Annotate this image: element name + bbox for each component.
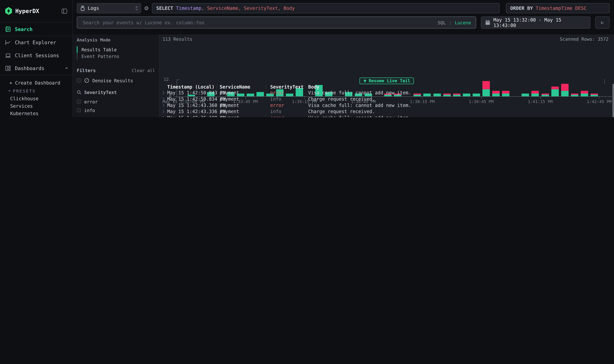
checkbox[interactable]: [77, 108, 81, 112]
run-query-button[interactable]: ▷: [595, 16, 610, 29]
column-header-timestamp-local-[interactable]: Timestamp (Local)⋮: [167, 84, 220, 90]
cell-service: payment: [220, 96, 270, 102]
cell-severity: error: [270, 103, 308, 108]
presets-toggle[interactable]: PRESETS: [0, 87, 72, 95]
filter-panel: Analysis Mode Results TableEvent Pattern…: [73, 35, 159, 117]
sidebar-item-dashboards[interactable]: Dashboards: [0, 62, 72, 75]
sidebar-nav-primary: Search: [0, 22, 72, 36]
select-fields: Timestamp, ServiceName, SeverityText, Bo…: [176, 6, 295, 11]
cell-timestamp: May 15 1:42:36.188 PM: [167, 115, 220, 117]
table-menu-kebab-icon[interactable]: ⋮: [602, 79, 607, 84]
filter-option-label: info: [84, 107, 95, 113]
expand-row-chevron-icon[interactable]: [160, 111, 167, 113]
mode-sql-toggle[interactable]: SQL: [438, 20, 446, 25]
cell-service: payment: [220, 90, 270, 96]
filters-header: Filters Clear all: [77, 68, 155, 73]
mode-lucene-toggle[interactable]: Lucene: [455, 20, 471, 25]
sidebar-item-chart-explorer[interactable]: Chart Explorer: [0, 36, 72, 49]
column-header-servicename[interactable]: ServiceName⋮: [220, 84, 270, 90]
results-count: 113 Results: [162, 36, 192, 42]
cell-timestamp: May 15 1:42:50.834 PM: [167, 96, 220, 102]
order-by-value: TimestampTime DESC: [536, 6, 587, 11]
column-separator-icon[interactable]: ⋮: [264, 85, 268, 89]
denoise-icon: [84, 78, 89, 83]
search-row: SQL | Lucene May 15 13:32:00 - May 15 13…: [77, 16, 610, 29]
column-header-severitytext[interactable]: SeverityText⋮: [270, 84, 308, 90]
column-header-body[interactable]: Body: [308, 84, 608, 90]
logs-source-icon: [80, 6, 85, 11]
time-range-picker[interactable]: May 15 13:32:00 - May 15 13:43:00: [481, 16, 590, 29]
cell-timestamp: May 15 1:42:43.336 PM: [167, 109, 220, 115]
collapse-sidebar-icon[interactable]: [62, 8, 67, 14]
search-icon: [77, 89, 81, 96]
preset-item-services[interactable]: Services: [0, 102, 72, 110]
topbar: Logs ⚙ SELECT Timestamp, ServiceName, Se…: [73, 0, 614, 35]
log-row[interactable]: May 15 1:42:43.360 PMpaymenterrorVisa ca…: [160, 102, 608, 109]
hyperdx-logo-icon: [5, 7, 12, 15]
expand-row-chevron-icon[interactable]: [160, 92, 167, 94]
column-separator-icon[interactable]: ⋮: [304, 85, 308, 89]
chevron-up-icon: [65, 67, 68, 69]
search-icon: [77, 89, 81, 96]
filter-option-error[interactable]: error: [77, 98, 155, 105]
sidebar-item-search[interactable]: Search: [0, 22, 72, 36]
cell-severity: error: [270, 115, 308, 117]
select-keyword: SELECT: [156, 6, 173, 11]
preset-item-clickhouse[interactable]: Clickhouse: [0, 95, 72, 102]
filter-option-info[interactable]: info: [77, 107, 155, 114]
log-row[interactable]: May 15 1:42:50.843 PMpaymenterrorVisa ca…: [160, 90, 608, 96]
order-by-input[interactable]: ORDER BY TimestampTime DESC: [506, 3, 610, 13]
select-query-input[interactable]: SELECT Timestamp, ServiceName, SeverityT…: [152, 3, 500, 13]
sidebar-item-client-sessions[interactable]: Client Sessions: [0, 49, 72, 62]
expand-row-chevron-icon[interactable]: [160, 104, 167, 107]
sidebar-item-label: Chart Explorer: [15, 39, 56, 45]
resume-live-tail-button[interactable]: Resume Live Tail: [359, 78, 414, 84]
log-row[interactable]: May 15 1:42:43.336 PMpaymentinfoCharge r…: [160, 109, 608, 115]
order-by-keyword: ORDER BY: [510, 6, 533, 11]
chevron-down-icon: [8, 89, 11, 91]
create-dashboard-link[interactable]: + Create Dashboard: [0, 79, 72, 87]
cell-service: payment: [220, 103, 270, 108]
sidebar: HyperDX Search Chart ExplorerClient Sess…: [0, 0, 73, 117]
chart-icon: [5, 39, 11, 45]
presets-label: PRESETS: [13, 89, 36, 93]
app-title: HyperDX: [15, 8, 62, 14]
search-input[interactable]: [82, 19, 435, 26]
journal-icon: [5, 26, 11, 32]
cell-severity: error: [270, 90, 308, 96]
sidebar-item-label: Dashboards: [15, 65, 44, 71]
y-axis-label-max: 12: [164, 77, 169, 82]
log-table: Timestamp (Local)⋮ServiceName⋮SeverityTe…: [160, 84, 608, 117]
log-row[interactable]: May 15 1:42:50.834 PMpaymentinfoCharge r…: [160, 96, 608, 102]
log-table-header: Timestamp (Local)⋮ServiceName⋮SeverityTe…: [160, 84, 608, 90]
cell-body: Visa cache full: cannot add new item.: [308, 103, 608, 108]
denoise-results-option[interactable]: Denoise Results: [77, 77, 155, 84]
vertical-scrollbar-thumb[interactable]: [612, 84, 614, 117]
checkbox[interactable]: [77, 100, 81, 104]
results-header: 113 Results Scanned Rows: 3572: [162, 36, 608, 42]
preset-item-kubernetes[interactable]: Kubernetes: [0, 110, 72, 117]
analysis-mode-results-table[interactable]: Results Table: [77, 46, 155, 53]
grid-icon: [5, 65, 11, 71]
source-settings-gear-icon[interactable]: ⚙: [141, 5, 152, 11]
denoise-label: Denoise Results: [92, 78, 133, 83]
cell-timestamp: May 15 1:42:50.843 PM: [167, 90, 220, 96]
denoise-checkbox[interactable]: [77, 78, 81, 83]
app-window: HyperDX Search Chart ExplorerClient Sess…: [0, 0, 614, 117]
column-separator-icon[interactable]: ⋮: [215, 85, 218, 89]
log-row[interactable]: May 15 1:42:36.188 PMpaymenterrorVisa ca…: [160, 115, 608, 117]
expand-row-chevron-icon[interactable]: [160, 117, 167, 117]
source-select-value: Logs: [88, 6, 99, 11]
clear-all-link[interactable]: Clear all: [132, 68, 155, 73]
source-select[interactable]: Logs: [77, 3, 141, 13]
analysis-mode-event-patterns[interactable]: Event Patterns: [77, 53, 155, 60]
expand-row-chevron-icon[interactable]: [160, 98, 167, 100]
query-row: Logs ⚙ SELECT Timestamp, ServiceName, Se…: [77, 3, 610, 13]
time-range-value: May 15 13:32:00 - May 15 13:43:00: [494, 17, 586, 28]
cell-body: Charge request received.: [308, 96, 608, 102]
preset-list: ClickhouseServicesKubernetes: [0, 95, 72, 117]
filter-group-header-severitytext: SeverityText: [77, 89, 155, 96]
content: Analysis Mode Results TableEvent Pattern…: [73, 35, 614, 117]
mode-separator: |: [449, 20, 452, 25]
search-bar: SQL | Lucene: [77, 16, 476, 29]
